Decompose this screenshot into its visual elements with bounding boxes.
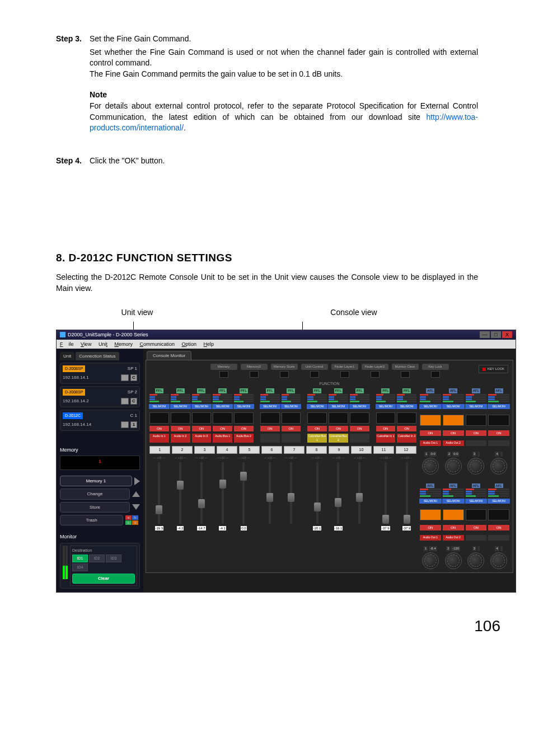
- sel-moni-button[interactable]: SEL/MONI: [212, 404, 233, 409]
- fader-knob[interactable]: [404, 515, 410, 524]
- on-button[interactable]: ON: [213, 426, 232, 431]
- sel-moni-button[interactable]: SEL/MONI: [233, 404, 254, 409]
- rotary-knob[interactable]: [445, 552, 462, 569]
- on-button[interactable]: ON: [466, 430, 487, 436]
- sel-moni-button[interactable]: SEL/MONI: [191, 404, 212, 409]
- fader-track[interactable]: [242, 462, 245, 524]
- fader-knob[interactable]: [198, 499, 205, 508]
- clear-button[interactable]: Clear: [72, 574, 135, 583]
- on-button[interactable]: ON: [488, 430, 509, 436]
- channel-number[interactable]: 12: [396, 446, 416, 454]
- on-button[interactable]: ON: [443, 525, 464, 530]
- sel-moni-button[interactable]: SEL/MONI: [465, 499, 488, 504]
- sel-moni-button[interactable]: SEL/MONI: [419, 404, 442, 409]
- on-button[interactable]: ON: [171, 426, 190, 431]
- memory-next-icon[interactable]: [134, 477, 140, 485]
- function-box[interactable]: Key Lock: [422, 364, 449, 377]
- channel-number[interactable]: 4: [217, 446, 237, 454]
- tab-connection-status[interactable]: Connection Status: [76, 352, 119, 360]
- fader-track[interactable]: [316, 462, 318, 524]
- fader-track[interactable]: [200, 462, 203, 524]
- rotary-knob[interactable]: [490, 552, 507, 569]
- rotary-knob[interactable]: [422, 458, 439, 475]
- on-button[interactable]: ON: [329, 426, 348, 431]
- mini-a[interactable]: a: [125, 515, 132, 520]
- rotary-knob[interactable]: [467, 552, 484, 569]
- on-button[interactable]: ON: [234, 426, 254, 431]
- on-button[interactable]: ON: [149, 426, 169, 431]
- dest-id1[interactable]: ID1: [72, 555, 88, 562]
- function-box[interactable]: Memory: [210, 364, 237, 377]
- fader-track[interactable]: [269, 462, 271, 524]
- on-button[interactable]: ON: [488, 525, 509, 530]
- tab-console-monitor[interactable]: Console Monitor: [147, 351, 191, 360]
- fader-knob[interactable]: [314, 503, 321, 511]
- fader-track[interactable]: [337, 462, 339, 524]
- rotary-knob[interactable]: [490, 458, 507, 475]
- on-button[interactable]: ON: [282, 426, 301, 431]
- sel-moni-button[interactable]: SEL/MONI: [349, 404, 370, 409]
- dest-id4[interactable]: ID4: [72, 564, 88, 571]
- on-button[interactable]: ON: [420, 430, 441, 436]
- fader-knob[interactable]: [288, 493, 294, 502]
- menu-help[interactable]: Help: [204, 341, 214, 347]
- fader-knob[interactable]: [219, 480, 226, 489]
- fader-knob[interactable]: [382, 515, 389, 524]
- sel-moni-button[interactable]: SEL/MONI: [442, 499, 465, 504]
- sel-moni-button[interactable]: SEL/MONI: [488, 404, 510, 409]
- fader-track[interactable]: [222, 462, 224, 524]
- function-box[interactable]: Fader Layer2: [362, 364, 388, 377]
- trash-button[interactable]: Trash: [60, 515, 123, 525]
- fader-knob[interactable]: [266, 493, 273, 502]
- unit-block[interactable]: D-2012CC 1 192.168.14.141: [60, 410, 140, 431]
- function-box[interactable]: Fader Layer1: [331, 364, 358, 377]
- on-button[interactable]: ON: [443, 430, 464, 436]
- unit-block[interactable]: D-2008SPSP 2 192.168.14.2C: [60, 386, 140, 407]
- on-button[interactable]: ON: [376, 426, 396, 431]
- channel-number[interactable]: 5: [239, 446, 260, 454]
- memory-name-button[interactable]: Memory 1: [60, 476, 132, 486]
- sel-moni-button[interactable]: SEL/MONI: [328, 404, 349, 409]
- unit-block[interactable]: D-2008SPSP 1 192.168.14.1C: [60, 363, 140, 384]
- channel-number[interactable]: 2: [172, 446, 193, 454]
- fader-track[interactable]: [158, 462, 160, 524]
- store-button[interactable]: Store: [60, 502, 130, 513]
- fader-track[interactable]: [290, 462, 292, 524]
- fader-track[interactable]: [406, 462, 408, 524]
- up-icon[interactable]: [132, 491, 140, 497]
- menu-view[interactable]: View: [81, 341, 91, 347]
- tab-unit[interactable]: Unit: [60, 352, 74, 360]
- sel-moni-button[interactable]: SEL/MONI: [465, 404, 488, 409]
- on-button[interactable]: ON: [350, 426, 369, 431]
- sel-moni-button[interactable]: SEL/MONI: [149, 404, 170, 409]
- sel-moni-button[interactable]: SEL/MONI: [419, 499, 442, 504]
- on-button[interactable]: ON: [420, 525, 441, 530]
- unit-c-box[interactable]: 1: [130, 421, 137, 428]
- channel-number[interactable]: 1: [149, 446, 170, 454]
- channel-number[interactable]: 6: [261, 446, 282, 454]
- mini-c[interactable]: c: [125, 520, 132, 525]
- on-button[interactable]: ON: [192, 426, 212, 431]
- fader-knob[interactable]: [335, 498, 341, 507]
- channel-number[interactable]: 9: [329, 446, 349, 454]
- menu-memory[interactable]: Memory: [114, 341, 133, 347]
- maximize-button[interactable]: □: [491, 331, 501, 338]
- sel-moni-button[interactable]: SEL/MONI: [488, 499, 510, 504]
- channel-number[interactable]: 3: [194, 446, 215, 454]
- menu-file[interactable]: File: [60, 341, 74, 347]
- channel-number[interactable]: 10: [351, 446, 372, 454]
- function-box[interactable]: Monitor Clear: [392, 364, 419, 377]
- fader-track[interactable]: [385, 462, 387, 524]
- function-box[interactable]: Memory Store: [271, 364, 298, 377]
- fader-knob[interactable]: [356, 493, 363, 502]
- function-box[interactable]: Memory2: [241, 364, 268, 377]
- channel-number[interactable]: 8: [306, 446, 327, 454]
- down-icon[interactable]: [132, 504, 140, 510]
- fader-knob[interactable]: [240, 472, 247, 481]
- minimize-button[interactable]: —: [480, 331, 490, 338]
- change-button[interactable]: Change: [60, 489, 130, 499]
- mini-d[interactable]: d: [132, 520, 138, 525]
- sel-moni-button[interactable]: SEL/MONI: [307, 404, 327, 409]
- sel-moni-button[interactable]: SEL/MONI: [281, 404, 302, 409]
- fader-track[interactable]: [358, 462, 360, 524]
